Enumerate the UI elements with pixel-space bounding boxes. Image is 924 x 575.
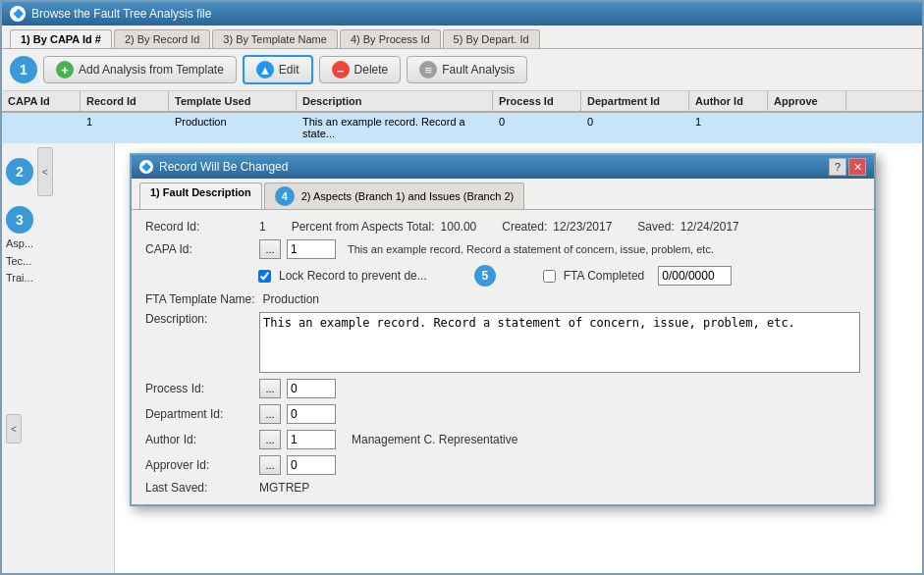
col-department-id: Department Id	[581, 91, 689, 111]
form-row-description: Description: This an example record. Rec…	[145, 312, 860, 373]
fault-analysis-button[interactable]: ≡ Fault Analysis	[407, 56, 527, 83]
main-window: 🔷 Browse the Fault Tree Analysis file 1)…	[0, 0, 924, 575]
capa-id-input[interactable]	[287, 239, 336, 259]
edit-button[interactable]: ▲ Edit	[243, 55, 313, 84]
col-template-used: Template Used	[169, 91, 297, 111]
tab-by-process[interactable]: 4) By Process Id	[340, 29, 441, 48]
author-browse-button[interactable]: ...	[259, 430, 281, 449]
step-1-badge: 1	[10, 56, 37, 83]
author-id-label: Author Id:	[145, 433, 253, 446]
form-row-last-saved: Last Saved: MGTREP	[145, 481, 860, 495]
capa-desc-snippet: This an example record. Record a stateme…	[348, 243, 714, 255]
dialog-overlay: 🔷 Record Will Be Changed ? ✕ 1) Fault De…	[2, 143, 922, 573]
tab-by-capa[interactable]: 1) By CAPA Id #	[10, 29, 112, 48]
grid-area: CAPA Id Record Id Template Used Descript…	[2, 91, 922, 573]
fta-completed-checkbox[interactable]	[543, 270, 556, 283]
col-process-id: Process Id	[493, 91, 581, 111]
author-name: Management C. Representative	[352, 433, 517, 446]
cell-author-id: 1	[689, 113, 768, 142]
toolbar: 1 + Add Analysis from Template ▲ Edit – …	[2, 49, 922, 91]
step-5-badge: 5	[474, 265, 496, 287]
dialog-body: Record Id: 1 Percent from Aspects Total:…	[132, 210, 874, 504]
lock-record-label: Lock Record to prevent de...	[279, 269, 427, 283]
col-record-id: Record Id	[81, 91, 169, 111]
dialog-icon: 🔷	[139, 160, 153, 174]
record-id-value: 1	[259, 220, 266, 234]
cell-dept-id: 0	[581, 113, 689, 142]
author-id-input[interactable]	[287, 430, 336, 449]
created-value: 12/23/2017	[553, 220, 612, 234]
title-bar: 🔷 Browse the Fault Tree Analysis file	[2, 2, 922, 26]
fta-template-label: FTA Template Name:	[145, 292, 255, 306]
table-row[interactable]: 1 Production This an example record. Rec…	[2, 113, 922, 143]
tab-by-record[interactable]: 2) By Record Id	[114, 29, 210, 48]
last-saved-value: MGTREP	[259, 481, 309, 495]
dialog-controls: ? ✕	[829, 158, 866, 176]
saved-value: 12/24/2017	[680, 220, 739, 234]
capa-browse-button[interactable]: ...	[259, 239, 281, 259]
fta-date-input[interactable]	[658, 266, 732, 286]
tab-by-template[interactable]: 3) By Template Name	[212, 29, 338, 48]
dept-id-label: Department Id:	[145, 407, 253, 421]
dept-browse-button[interactable]: ...	[259, 404, 281, 424]
add-analysis-button[interactable]: + Add Analysis from Template	[43, 56, 237, 83]
saved-label: Saved:	[637, 220, 674, 234]
dialog-title-text: Record Will Be Changed	[159, 160, 288, 174]
record-dialog: 🔷 Record Will Be Changed ? ✕ 1) Fault De…	[130, 153, 876, 506]
dept-id-input[interactable]	[287, 404, 336, 424]
cell-template: Production	[169, 113, 297, 142]
process-id-label: Process Id:	[145, 382, 253, 395]
form-row-record: Record Id: 1 Percent from Aspects Total:…	[145, 220, 860, 234]
fta-template-value: Production	[263, 292, 319, 306]
form-row-lock: Lock Record to prevent de... 5 FTA Compl…	[258, 265, 860, 287]
dialog-tab-bar: 1) Fault Description 4 2) Aspects (Branc…	[132, 179, 874, 210]
cell-description: This an example record. Record a state..…	[297, 113, 493, 142]
record-id-label: Record Id:	[145, 220, 253, 234]
col-capa-id: CAPA Id	[2, 91, 81, 111]
percent-value: 100.00	[441, 220, 477, 234]
col-approve: Approve	[768, 91, 846, 111]
grid-header: CAPA Id Record Id Template Used Descript…	[2, 91, 922, 113]
cell-approve	[768, 113, 846, 142]
col-author-id: Author Id	[689, 91, 768, 111]
form-row-process: Process Id: ...	[145, 379, 860, 398]
process-id-input[interactable]	[287, 379, 336, 398]
step-4-badge: 4	[275, 186, 295, 206]
dialog-title-left: 🔷 Record Will Be Changed	[139, 160, 288, 174]
cell-process-id: 0	[493, 113, 581, 142]
delete-button[interactable]: – Delete	[319, 56, 402, 83]
main-tab-bar: 1) By CAPA Id # 2) By Record Id 3) By Te…	[2, 26, 922, 49]
content-area: 2 < 3 Asp... Tec... Trai... <	[2, 143, 922, 573]
help-button[interactable]: ?	[829, 158, 846, 176]
cell-record-id: 1	[81, 113, 169, 142]
process-browse-button[interactable]: ...	[259, 379, 281, 398]
created-label: Created:	[502, 220, 547, 234]
fta-completed-label: FTA Completed	[564, 269, 644, 283]
form-row-capa: CAPA Id: ... This an example record. Rec…	[145, 239, 860, 259]
approver-id-input[interactable]	[287, 455, 336, 475]
dialog-tab-aspects[interactable]: 4 2) Aspects (Branch 1) and Issues (Bran…	[264, 183, 525, 209]
window-title: Browse the Fault Tree Analysis file	[31, 7, 211, 21]
window-icon: 🔷	[10, 6, 26, 22]
form-row-dept: Department Id: ...	[145, 404, 860, 424]
delete-icon: –	[332, 61, 350, 78]
percent-label: Percent from Aspects Total:	[292, 220, 435, 234]
dialog-tab-fault[interactable]: 1) Fault Description	[139, 183, 262, 209]
description-textarea[interactable]: This an example record. Record a stateme…	[259, 312, 860, 373]
capa-id-label: CAPA Id:	[145, 242, 253, 256]
approver-id-label: Approver Id:	[145, 458, 253, 472]
fault-icon: ≡	[419, 61, 437, 78]
close-button[interactable]: ✕	[848, 158, 866, 176]
add-icon: +	[56, 61, 74, 78]
form-row-author: Author Id: ... Management C. Representat…	[145, 430, 860, 449]
edit-icon: ▲	[256, 61, 274, 78]
form-row-fta-template: FTA Template Name: Production	[145, 292, 860, 306]
last-saved-label: Last Saved:	[145, 481, 253, 495]
form-row-approver: Approver Id: ...	[145, 455, 860, 475]
approver-browse-button[interactable]: ...	[259, 455, 281, 475]
tab-by-depart[interactable]: 5) By Depart. Id	[443, 29, 540, 48]
dialog-title-bar: 🔷 Record Will Be Changed ? ✕	[132, 155, 874, 179]
col-description: Description	[297, 91, 493, 111]
cell-capa-id	[2, 113, 81, 142]
lock-record-checkbox[interactable]	[258, 270, 271, 283]
